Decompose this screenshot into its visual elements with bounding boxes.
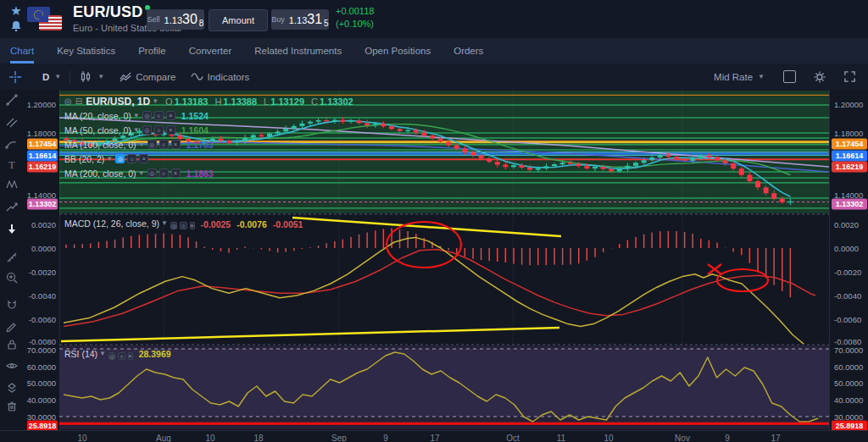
amount-button[interactable]: Amount bbox=[209, 9, 268, 31]
settings-icon[interactable]: ☼ bbox=[127, 154, 136, 163]
time-tick-label: 17 bbox=[771, 434, 780, 442]
chart-style-dropdown[interactable]: ▼ bbox=[79, 70, 104, 84]
indicator-title[interactable]: MA (50, close, 0) bbox=[64, 125, 131, 135]
eye-icon[interactable]: ◎ bbox=[170, 222, 177, 229]
rsi-title[interactable]: RSI (14) bbox=[64, 349, 97, 359]
text-tool-icon[interactable]: T bbox=[5, 157, 20, 173]
eye-icon[interactable]: ◎ bbox=[147, 169, 157, 178]
time-tick-label: 17 bbox=[430, 434, 439, 442]
lock-tool-icon[interactable] bbox=[5, 338, 20, 353]
collapse-pane-icon[interactable]: ⊟ bbox=[75, 97, 82, 106]
eye-icon[interactable]: ◎ bbox=[142, 125, 152, 135]
settings-icon[interactable]: ☼ bbox=[159, 169, 169, 178]
low-label: L bbox=[264, 97, 269, 107]
compare-button[interactable]: Compare bbox=[120, 70, 175, 83]
chevron-down-icon[interactable]: ▼ bbox=[133, 126, 140, 134]
axis-tick-label: 1.20000 bbox=[27, 100, 56, 109]
indicators-button[interactable]: Indicators bbox=[191, 70, 249, 83]
tab-chart[interactable]: Chart bbox=[10, 38, 34, 64]
tab-profile[interactable]: Profile bbox=[138, 38, 166, 64]
fullscreen-button[interactable] bbox=[843, 70, 856, 83]
chevron-down-icon[interactable]: ▼ bbox=[138, 141, 145, 148]
tab-open-positions[interactable]: Open Positions bbox=[364, 38, 431, 64]
axis-tick-label: -0.0040 bbox=[29, 291, 56, 301]
chevron-down-icon: ▼ bbox=[758, 73, 765, 80]
crosshair-tool[interactable] bbox=[8, 70, 22, 84]
chevron-down-icon[interactable]: ▼ bbox=[152, 97, 159, 105]
close-icon[interactable]: × bbox=[171, 169, 181, 178]
axis-tick-label: 1.18000 bbox=[834, 129, 863, 138]
chevron-down-icon[interactable]: ▼ bbox=[161, 219, 168, 227]
trash-tool-icon[interactable] bbox=[5, 400, 20, 415]
indicator-title[interactable]: MA (100, close, 0) bbox=[64, 140, 136, 150]
rsi-value: 28.3969 bbox=[139, 349, 171, 359]
drawing-pencil-tool-icon[interactable] bbox=[5, 318, 20, 334]
visibility-circle-icon[interactable]: ◎ bbox=[64, 97, 72, 106]
settings-icon[interactable]: ☼ bbox=[180, 222, 186, 229]
sell-price: 1.13 bbox=[164, 15, 182, 25]
arrow-down-tool-icon[interactable] bbox=[5, 222, 20, 237]
eye-tool-icon[interactable] bbox=[5, 359, 20, 374]
price-source-dropdown[interactable]: Mid Rate▼ bbox=[714, 72, 765, 82]
sell-button[interactable]: Sell 1.1330 8 bbox=[147, 9, 204, 30]
indicator-title[interactable]: MA (20, close, 0) bbox=[64, 111, 131, 121]
close-icon[interactable]: × bbox=[128, 352, 133, 360]
brush-tool-icon[interactable] bbox=[5, 137, 20, 152]
measure-tool-icon[interactable] bbox=[5, 251, 20, 266]
buy-label: Buy bbox=[271, 15, 285, 24]
low-value: 1.13129 bbox=[270, 97, 304, 107]
chevron-down-icon[interactable]: ▼ bbox=[99, 350, 106, 357]
favorite-star-icon[interactable]: ★ bbox=[8, 3, 24, 19]
magnet-tool-icon[interactable] bbox=[5, 298, 20, 313]
settings-icon[interactable]: ☼ bbox=[118, 352, 125, 360]
eye-icon[interactable]: ◎ bbox=[142, 111, 152, 120]
chevron-down-icon[interactable]: ▼ bbox=[138, 169, 145, 177]
price-axis-left[interactable]: 1.200001.180001.174541.166141.162191.140… bbox=[25, 90, 60, 430]
settings-icon[interactable]: ☼ bbox=[159, 140, 169, 149]
buy-button[interactable]: Buy 1.1331 5 bbox=[271, 9, 329, 30]
tab-key-statistics[interactable]: Key Statistics bbox=[57, 38, 115, 64]
chevron-down-icon[interactable]: ▼ bbox=[133, 112, 140, 119]
zoom-in-tool-icon[interactable] bbox=[5, 271, 20, 286]
axis-tick-label: 70.0000 bbox=[834, 345, 863, 355]
object-tree-tool-icon[interactable] bbox=[5, 382, 20, 397]
tab-related-instruments[interactable]: Related Instruments bbox=[254, 38, 342, 64]
settings-icon[interactable]: ☼ bbox=[154, 111, 164, 120]
forecast-tool-icon[interactable] bbox=[5, 200, 20, 215]
alert-bell-icon[interactable] bbox=[9, 19, 23, 33]
snapshot-button[interactable] bbox=[783, 70, 796, 83]
price-label-badge: 1.17454 bbox=[832, 139, 867, 150]
symbol-legend-row: ◎ ⊟ EUR/USD, 1D ▼ O1.13183 H1.13388 L1.1… bbox=[64, 95, 353, 108]
axis-tick-label: 70.0000 bbox=[27, 345, 56, 355]
indicator-title[interactable]: BB (20, 2) bbox=[64, 154, 104, 164]
indicator-title[interactable]: MA (200, close, 0) bbox=[64, 169, 136, 179]
page-title: EUR/USD bbox=[73, 3, 142, 20]
rsi-buttons: ◎☼× bbox=[106, 346, 133, 362]
axis-tick-label: 0.0020 bbox=[834, 220, 859, 229]
close-icon[interactable]: × bbox=[139, 154, 148, 163]
chevron-down-icon: ▼ bbox=[54, 73, 61, 80]
macd-title[interactable]: MACD (12, 26, close, 9) bbox=[64, 218, 159, 229]
chart-symbol-title[interactable]: EUR/USD, 1D bbox=[86, 96, 150, 108]
tab-converter[interactable]: Converter bbox=[189, 38, 232, 64]
eye-icon[interactable]: ◎ bbox=[147, 140, 157, 149]
xabcd-pattern-tool-icon[interactable] bbox=[5, 178, 20, 193]
close-icon[interactable]: × bbox=[166, 125, 175, 135]
price-axis-right[interactable]: 1.200001.180001.174541.166141.162191.140… bbox=[829, 90, 868, 430]
compare-icon bbox=[120, 70, 132, 83]
trend-line-tool-icon[interactable] bbox=[5, 93, 20, 108]
interval-dropdown[interactable]: D▼ bbox=[42, 72, 61, 82]
parallel-channel-tool-icon[interactable] bbox=[5, 115, 20, 130]
settings-icon[interactable]: ☼ bbox=[154, 125, 164, 135]
close-icon[interactable]: × bbox=[166, 111, 175, 120]
time-axis[interactable]: 10Aug1018Sep917Oct1110Nov917 bbox=[0, 430, 868, 442]
time-tick-label: 10 bbox=[604, 434, 613, 442]
tab-orders[interactable]: Orders bbox=[453, 38, 483, 64]
chart-plot-area[interactable]: ◎ ⊟ EUR/USD, 1D ▼ O1.13183 H1.13388 L1.1… bbox=[59, 90, 829, 430]
settings-button[interactable] bbox=[813, 70, 826, 84]
close-icon[interactable]: × bbox=[171, 140, 181, 149]
chevron-down-icon[interactable]: ▼ bbox=[106, 155, 113, 163]
eye-icon[interactable]: ◎ bbox=[108, 352, 115, 360]
close-value: 1.13302 bbox=[320, 97, 353, 107]
eye-icon[interactable]: ◎ bbox=[115, 154, 125, 163]
